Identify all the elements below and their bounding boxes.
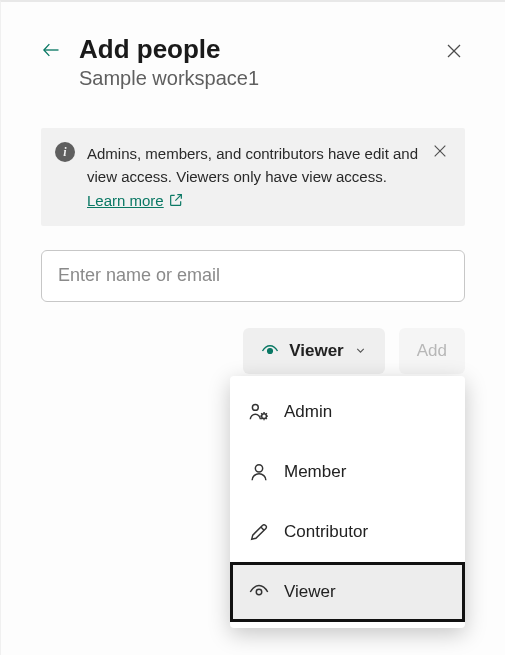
role-option-label: Member <box>284 462 346 482</box>
role-option-label: Admin <box>284 402 332 422</box>
role-option-label: Viewer <box>284 582 336 602</box>
svg-point-11 <box>256 589 262 595</box>
role-option-viewer[interactable]: Viewer <box>230 562 465 622</box>
svg-point-8 <box>262 414 267 419</box>
chevron-down-icon <box>354 344 367 357</box>
role-dropdown-button[interactable]: Viewer <box>243 328 385 374</box>
add-button-label: Add <box>417 341 447 360</box>
dialog-title: Add people <box>79 34 425 65</box>
svg-point-9 <box>255 465 262 472</box>
eye-icon <box>261 342 279 360</box>
role-current-label: Viewer <box>289 341 344 361</box>
svg-line-3 <box>175 195 181 201</box>
close-icon <box>445 42 463 60</box>
close-button[interactable] <box>443 40 465 62</box>
close-icon <box>432 143 448 159</box>
add-button[interactable]: Add <box>399 328 465 374</box>
viewer-icon <box>248 581 270 603</box>
svg-point-7 <box>252 404 258 410</box>
learn-more-link[interactable]: Learn more <box>87 189 184 212</box>
admin-icon <box>248 401 270 423</box>
info-text: Admins, members, and contributors have e… <box>87 142 419 212</box>
header: Add people Sample workspace1 <box>41 34 465 90</box>
name-email-input[interactable] <box>41 250 465 302</box>
info-banner: i Admins, members, and contributors have… <box>41 128 465 226</box>
svg-line-10 <box>261 527 264 530</box>
back-button[interactable] <box>41 40 61 60</box>
svg-point-6 <box>268 349 273 354</box>
workspace-subtitle: Sample workspace1 <box>79 67 425 90</box>
member-icon <box>248 461 270 483</box>
role-option-member[interactable]: Member <box>230 442 465 502</box>
role-dropdown-menu: Admin Member Contributor Viewer <box>230 376 465 628</box>
learn-more-label: Learn more <box>87 189 164 212</box>
info-icon: i <box>55 142 75 162</box>
title-block: Add people Sample workspace1 <box>79 34 425 90</box>
banner-close-button[interactable] <box>431 142 449 160</box>
external-link-icon <box>168 192 184 208</box>
add-people-panel: Add people Sample workspace1 i Admins, m… <box>1 2 505 374</box>
role-option-admin[interactable]: Admin <box>230 382 465 442</box>
action-row: Viewer Add Admin Member Contributor View… <box>41 328 465 374</box>
name-input-wrap <box>41 250 465 302</box>
arrow-left-icon <box>41 39 61 61</box>
contributor-icon <box>248 521 270 543</box>
info-message: Admins, members, and contributors have e… <box>87 145 418 185</box>
role-option-label: Contributor <box>284 522 368 542</box>
role-option-contributor[interactable]: Contributor <box>230 502 465 562</box>
